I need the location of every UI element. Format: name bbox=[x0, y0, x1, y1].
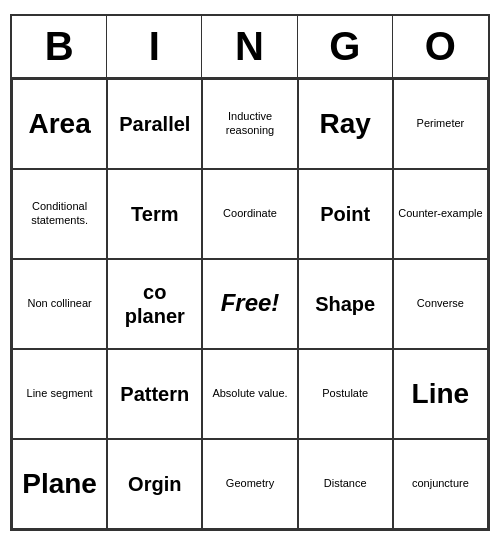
bingo-cell-15[interactable]: Line segment bbox=[12, 349, 107, 439]
bingo-card: BINGO AreaParallelInductive reasoningRay… bbox=[10, 14, 490, 531]
bingo-cell-14[interactable]: Converse bbox=[393, 259, 488, 349]
bingo-letter-O: O bbox=[393, 16, 488, 77]
bingo-cell-24[interactable]: conjuncture bbox=[393, 439, 488, 529]
cell-text-10: Non collinear bbox=[27, 297, 91, 310]
cell-text-19: Line bbox=[412, 377, 470, 411]
cell-text-24: conjuncture bbox=[412, 477, 469, 490]
cell-text-17: Absolute value. bbox=[212, 387, 287, 400]
bingo-cell-11[interactable]: co planer bbox=[107, 259, 202, 349]
cell-text-20: Plane bbox=[22, 467, 97, 501]
bingo-cell-2[interactable]: Inductive reasoning bbox=[202, 79, 297, 169]
cell-text-0: Area bbox=[28, 107, 90, 141]
cell-text-6: Term bbox=[131, 202, 178, 226]
bingo-cell-7[interactable]: Coordinate bbox=[202, 169, 297, 259]
bingo-grid: AreaParallelInductive reasoningRayPerime… bbox=[12, 79, 488, 529]
bingo-letter-G: G bbox=[298, 16, 393, 77]
cell-text-12: Free! bbox=[221, 289, 280, 318]
bingo-header: BINGO bbox=[12, 16, 488, 79]
bingo-cell-5[interactable]: Conditional statements. bbox=[12, 169, 107, 259]
bingo-cell-19[interactable]: Line bbox=[393, 349, 488, 439]
bingo-letter-N: N bbox=[202, 16, 297, 77]
bingo-cell-23[interactable]: Distance bbox=[298, 439, 393, 529]
cell-text-16: Pattern bbox=[120, 382, 189, 406]
bingo-letter-I: I bbox=[107, 16, 202, 77]
cell-text-15: Line segment bbox=[27, 387, 93, 400]
cell-text-21: Orgin bbox=[128, 472, 181, 496]
cell-text-2: Inductive reasoning bbox=[207, 110, 292, 136]
bingo-cell-18[interactable]: Postulate bbox=[298, 349, 393, 439]
cell-text-8: Point bbox=[320, 202, 370, 226]
cell-text-23: Distance bbox=[324, 477, 367, 490]
cell-text-7: Coordinate bbox=[223, 207, 277, 220]
bingo-cell-3[interactable]: Ray bbox=[298, 79, 393, 169]
bingo-cell-12[interactable]: Free! bbox=[202, 259, 297, 349]
cell-text-1: Parallel bbox=[119, 112, 190, 136]
cell-text-13: Shape bbox=[315, 292, 375, 316]
bingo-cell-1[interactable]: Parallel bbox=[107, 79, 202, 169]
cell-text-9: Counter-example bbox=[398, 207, 482, 220]
bingo-cell-22[interactable]: Geometry bbox=[202, 439, 297, 529]
cell-text-18: Postulate bbox=[322, 387, 368, 400]
bingo-cell-16[interactable]: Pattern bbox=[107, 349, 202, 439]
cell-text-4: Perimeter bbox=[417, 117, 465, 130]
bingo-cell-9[interactable]: Counter-example bbox=[393, 169, 488, 259]
bingo-cell-20[interactable]: Plane bbox=[12, 439, 107, 529]
bingo-cell-6[interactable]: Term bbox=[107, 169, 202, 259]
bingo-cell-13[interactable]: Shape bbox=[298, 259, 393, 349]
bingo-cell-10[interactable]: Non collinear bbox=[12, 259, 107, 349]
cell-text-11: co planer bbox=[112, 280, 197, 328]
bingo-letter-B: B bbox=[12, 16, 107, 77]
cell-text-22: Geometry bbox=[226, 477, 274, 490]
bingo-cell-4[interactable]: Perimeter bbox=[393, 79, 488, 169]
bingo-cell-17[interactable]: Absolute value. bbox=[202, 349, 297, 439]
cell-text-5: Conditional statements. bbox=[17, 200, 102, 226]
cell-text-3: Ray bbox=[320, 107, 371, 141]
bingo-cell-0[interactable]: Area bbox=[12, 79, 107, 169]
bingo-cell-8[interactable]: Point bbox=[298, 169, 393, 259]
cell-text-14: Converse bbox=[417, 297, 464, 310]
bingo-cell-21[interactable]: Orgin bbox=[107, 439, 202, 529]
